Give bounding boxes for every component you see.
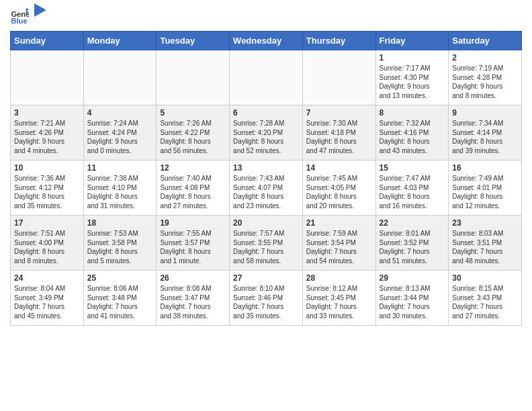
- calendar-table: SundayMondayTuesdayWednesdayThursdayFrid…: [10, 31, 522, 326]
- calendar-cell: 18Sunrise: 7:53 AM Sunset: 3:58 PM Dayli…: [83, 216, 157, 271]
- day-number: 2: [452, 53, 518, 62]
- calendar-cell: 16Sunrise: 7:49 AM Sunset: 4:01 PM Dayli…: [449, 161, 522, 216]
- day-info: Sunrise: 7:57 AM Sunset: 3:55 PM Dayligh…: [233, 229, 299, 265]
- day-number: 29: [380, 273, 445, 283]
- day-info: Sunrise: 8:06 AM Sunset: 3:48 PM Dayligh…: [87, 284, 153, 320]
- calendar-cell: 11Sunrise: 7:38 AM Sunset: 4:10 PM Dayli…: [83, 161, 157, 216]
- weekday-header-wednesday: Wednesday: [230, 32, 303, 50]
- day-number: 7: [306, 108, 372, 118]
- calendar-cell: 2Sunrise: 7:19 AM Sunset: 4:28 PM Daylig…: [449, 50, 522, 105]
- calendar-cell: 19Sunrise: 7:55 AM Sunset: 3:57 PM Dayli…: [157, 216, 230, 271]
- day-number: 14: [306, 163, 372, 173]
- day-number: 12: [160, 163, 226, 173]
- calendar-week-row: 17Sunrise: 7:51 AM Sunset: 4:00 PM Dayli…: [11, 216, 522, 271]
- calendar-cell: 6Sunrise: 7:28 AM Sunset: 4:20 PM Daylig…: [230, 105, 303, 161]
- calendar-cell: 13Sunrise: 7:43 AM Sunset: 4:07 PM Dayli…: [230, 161, 303, 216]
- day-number: 19: [160, 218, 226, 228]
- calendar-cell: 28Sunrise: 8:12 AM Sunset: 3:45 PM Dayli…: [302, 271, 375, 326]
- calendar-cell: 9Sunrise: 7:34 AM Sunset: 4:14 PM Daylig…: [449, 105, 522, 161]
- day-info: Sunrise: 8:04 AM Sunset: 3:49 PM Dayligh…: [14, 284, 80, 320]
- day-number: 10: [14, 163, 80, 173]
- day-info: Sunrise: 7:38 AM Sunset: 4:10 PM Dayligh…: [87, 174, 153, 210]
- calendar-cell: [11, 50, 84, 105]
- calendar-cell: 24Sunrise: 8:04 AM Sunset: 3:49 PM Dayli…: [11, 271, 84, 326]
- day-info: Sunrise: 7:32 AM Sunset: 4:16 PM Dayligh…: [380, 119, 445, 155]
- weekday-header-monday: Monday: [83, 32, 157, 50]
- calendar-week-row: 10Sunrise: 7:36 AM Sunset: 4:12 PM Dayli…: [11, 161, 522, 216]
- calendar-week-row: 1Sunrise: 7:17 AM Sunset: 4:30 PM Daylig…: [11, 50, 522, 105]
- day-info: Sunrise: 7:47 AM Sunset: 4:03 PM Dayligh…: [380, 174, 445, 210]
- day-number: 9: [452, 108, 518, 118]
- day-info: Sunrise: 7:59 AM Sunset: 3:54 PM Dayligh…: [306, 229, 372, 265]
- calendar-cell: 21Sunrise: 7:59 AM Sunset: 3:54 PM Dayli…: [302, 216, 375, 271]
- day-info: Sunrise: 7:19 AM Sunset: 4:28 PM Dayligh…: [452, 64, 518, 100]
- svg-marker-4: [34, 3, 46, 17]
- calendar-cell: 26Sunrise: 8:08 AM Sunset: 3:47 PM Dayli…: [157, 271, 230, 326]
- day-info: Sunrise: 8:15 AM Sunset: 3:43 PM Dayligh…: [452, 284, 518, 320]
- calendar-cell: 23Sunrise: 8:03 AM Sunset: 3:51 PM Dayli…: [449, 216, 522, 271]
- day-info: Sunrise: 8:13 AM Sunset: 3:44 PM Dayligh…: [380, 284, 445, 320]
- day-info: Sunrise: 7:53 AM Sunset: 3:58 PM Dayligh…: [87, 229, 153, 265]
- calendar-cell: [230, 50, 303, 105]
- calendar-cell: 3Sunrise: 7:21 AM Sunset: 4:26 PM Daylig…: [11, 105, 84, 161]
- day-number: 3: [14, 108, 80, 118]
- day-info: Sunrise: 8:08 AM Sunset: 3:47 PM Dayligh…: [160, 284, 226, 320]
- svg-marker-2: [25, 7, 29, 10]
- calendar-cell: 12Sunrise: 7:40 AM Sunset: 4:08 PM Dayli…: [157, 161, 230, 216]
- day-number: 16: [452, 163, 518, 173]
- day-info: Sunrise: 7:43 AM Sunset: 4:07 PM Dayligh…: [233, 174, 299, 210]
- day-number: 22: [380, 218, 445, 228]
- calendar-cell: [83, 50, 157, 105]
- day-info: Sunrise: 7:36 AM Sunset: 4:12 PM Dayligh…: [14, 174, 80, 210]
- day-number: 13: [233, 163, 299, 173]
- weekday-header-row: SundayMondayTuesdayWednesdayThursdayFrid…: [11, 32, 522, 50]
- calendar-cell: 14Sunrise: 7:45 AM Sunset: 4:05 PM Dayli…: [302, 161, 375, 216]
- day-info: Sunrise: 8:03 AM Sunset: 3:51 PM Dayligh…: [452, 229, 518, 265]
- calendar-cell: 7Sunrise: 7:30 AM Sunset: 4:18 PM Daylig…: [302, 105, 375, 161]
- weekday-header-friday: Friday: [375, 32, 449, 50]
- day-number: 11: [87, 163, 153, 173]
- day-number: 8: [380, 108, 445, 118]
- calendar-cell: 25Sunrise: 8:06 AM Sunset: 3:48 PM Dayli…: [83, 271, 157, 326]
- day-info: Sunrise: 7:26 AM Sunset: 4:22 PM Dayligh…: [160, 119, 226, 155]
- day-number: 20: [233, 218, 299, 228]
- calendar-cell: [157, 50, 230, 105]
- day-info: Sunrise: 7:30 AM Sunset: 4:18 PM Dayligh…: [306, 119, 372, 155]
- calendar-week-row: 24Sunrise: 8:04 AM Sunset: 3:49 PM Dayli…: [11, 271, 522, 326]
- logo-triangle-icon: [34, 3, 46, 17]
- day-info: Sunrise: 8:01 AM Sunset: 3:52 PM Dayligh…: [380, 229, 445, 265]
- day-number: 15: [380, 163, 445, 173]
- day-info: Sunrise: 7:17 AM Sunset: 4:30 PM Dayligh…: [380, 64, 445, 100]
- calendar-cell: [302, 50, 375, 105]
- calendar-cell: 17Sunrise: 7:51 AM Sunset: 4:00 PM Dayli…: [11, 216, 84, 271]
- day-number: 5: [160, 108, 226, 118]
- day-info: Sunrise: 7:55 AM Sunset: 3:57 PM Dayligh…: [160, 229, 226, 265]
- day-number: 1: [380, 53, 445, 62]
- day-number: 23: [452, 218, 518, 228]
- calendar-cell: 5Sunrise: 7:26 AM Sunset: 4:22 PM Daylig…: [157, 105, 230, 161]
- day-number: 17: [14, 218, 80, 228]
- calendar-cell: 22Sunrise: 8:01 AM Sunset: 3:52 PM Dayli…: [375, 216, 449, 271]
- calendar-cell: 20Sunrise: 7:57 AM Sunset: 3:55 PM Dayli…: [230, 216, 303, 271]
- page-container: General Blue SundayMondayTuesdayWednesda…: [0, 0, 532, 332]
- day-number: 27: [233, 273, 299, 283]
- calendar-week-row: 3Sunrise: 7:21 AM Sunset: 4:26 PM Daylig…: [11, 105, 522, 161]
- day-info: Sunrise: 7:24 AM Sunset: 4:24 PM Dayligh…: [87, 119, 153, 155]
- day-number: 26: [160, 273, 226, 283]
- calendar-cell: 8Sunrise: 7:32 AM Sunset: 4:16 PM Daylig…: [375, 105, 449, 161]
- weekday-header-thursday: Thursday: [302, 32, 375, 50]
- day-number: 28: [306, 273, 372, 283]
- calendar-cell: 29Sunrise: 8:13 AM Sunset: 3:44 PM Dayli…: [375, 271, 449, 326]
- day-number: 30: [452, 273, 518, 283]
- weekday-header-saturday: Saturday: [449, 32, 522, 50]
- calendar-cell: 15Sunrise: 7:47 AM Sunset: 4:03 PM Dayli…: [375, 161, 449, 216]
- calendar-cell: 4Sunrise: 7:24 AM Sunset: 4:24 PM Daylig…: [83, 105, 157, 161]
- svg-text:Blue: Blue: [11, 17, 27, 25]
- day-info: Sunrise: 8:12 AM Sunset: 3:45 PM Dayligh…: [306, 284, 372, 320]
- day-number: 24: [14, 273, 80, 283]
- day-info: Sunrise: 7:34 AM Sunset: 4:14 PM Dayligh…: [452, 119, 518, 155]
- day-number: 6: [233, 108, 299, 118]
- day-info: Sunrise: 7:28 AM Sunset: 4:20 PM Dayligh…: [233, 119, 299, 155]
- day-number: 4: [87, 108, 153, 118]
- calendar-cell: 10Sunrise: 7:36 AM Sunset: 4:12 PM Dayli…: [11, 161, 84, 216]
